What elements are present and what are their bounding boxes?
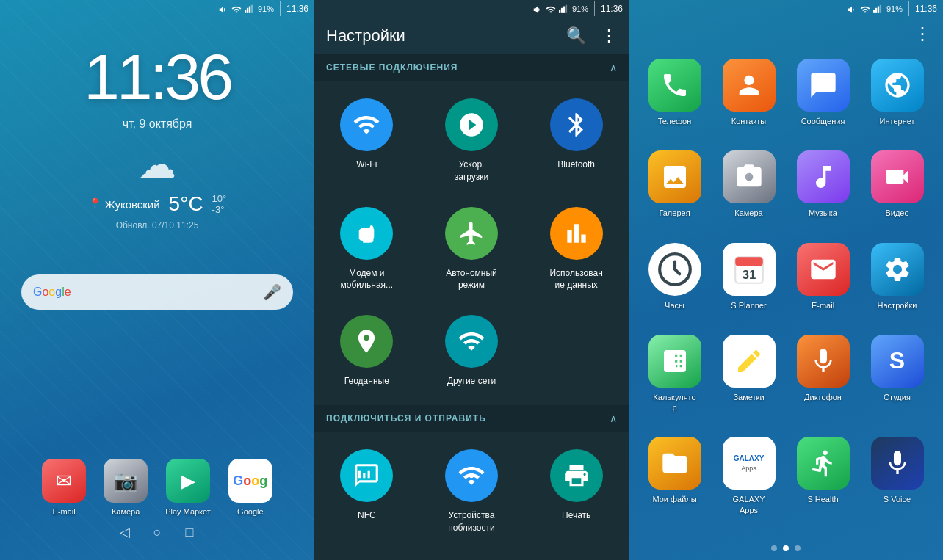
shealth-app-label: S Health [807, 494, 838, 504]
network-section-header[interactable]: СЕТЕВЫЕ ПОДКЛЮЧЕНИЯ ∧ [314, 54, 629, 81]
wifi-status-icon-a [860, 4, 870, 13]
status-bar-lock: 91% 11:36 [0, 0, 314, 18]
status-divider-a [908, 1, 909, 16]
status-time-lock: 11:36 [286, 4, 308, 14]
svg-point-8 [469, 473, 474, 478]
clock-app-icon [648, 243, 701, 296]
studio-app[interactable]: S Студия [863, 332, 931, 429]
planner-app-label: S Planner [731, 300, 766, 310]
status-time-apps: 11:36 [915, 4, 937, 14]
airplane-circle [445, 207, 498, 260]
apps-overflow-icon[interactable]: ⋮ [914, 23, 931, 44]
search-icon[interactable]: 🔍 [566, 26, 586, 46]
video-app-icon [871, 150, 924, 203]
dock-email[interactable]: ✉ E-mail [42, 459, 86, 516]
status-bar-apps: 91% 11:36 [629, 0, 943, 18]
svg-rect-2 [249, 7, 250, 13]
nfc-setting[interactable]: NFC [314, 437, 419, 546]
connect-chevron-icon: ∧ [610, 412, 617, 424]
airplane-setting[interactable]: Автономныйрежим [419, 195, 524, 304]
data-usage-setting[interactable]: Использование данных [524, 195, 629, 304]
page-dots [629, 537, 943, 560]
status-divider-s [594, 1, 595, 16]
microphone-icon[interactable]: 🎤 [263, 283, 281, 301]
dock-play-label: Play Маркет [165, 507, 211, 516]
dock-google[interactable]: Goog Google [228, 459, 272, 516]
messages-app[interactable]: Сообщения [789, 56, 857, 142]
shealth-app[interactable]: S Health [789, 434, 857, 531]
print-setting[interactable]: Печать [524, 437, 629, 546]
signal-icon-a [873, 4, 884, 13]
email-app[interactable]: E-mail [789, 240, 857, 326]
svg-rect-10 [875, 8, 877, 13]
airplane-label: Автономныйрежим [446, 267, 497, 292]
settings-header-icons: 🔍 ⋮ [566, 26, 617, 46]
music-app[interactable]: Музыка [789, 148, 857, 233]
speed-setting[interactable]: Ускор.загрузки [419, 87, 524, 195]
page-dot-2[interactable] [783, 545, 789, 551]
nearby-setting[interactable]: Устройствапоблизости [419, 437, 524, 546]
notes-app[interactable]: Заметки [715, 332, 783, 429]
settings-app[interactable]: Настройки [863, 240, 931, 326]
galaxy-app-label: GALAXYApps [732, 494, 765, 515]
clock-app[interactable]: Часы [640, 240, 709, 326]
email-app-label: E-mail [812, 300, 834, 310]
dock-email-label: E-mail [53, 507, 76, 516]
page-dot-1[interactable] [771, 545, 777, 551]
recents-nav[interactable]: □ [178, 520, 201, 544]
signal-icon-s [559, 4, 569, 13]
galaxy-app[interactable]: GALAXY Apps GALAXYApps [715, 434, 783, 531]
dock-play[interactable]: ▶ Play Маркет [165, 459, 211, 516]
geodata-label: Геоданные [344, 375, 389, 388]
planner-app[interactable]: 31 S Planner [715, 240, 783, 326]
back-nav[interactable]: ◁ [113, 520, 137, 544]
camera-app-icon [723, 150, 776, 203]
nfc-circle [340, 449, 393, 502]
contacts-app[interactable]: Контакты [715, 56, 783, 142]
svg-rect-9 [873, 10, 875, 13]
dock-camera[interactable]: 📷 Камера [104, 459, 148, 516]
lock-screen: 91% 11:36 11:36 чт, 9 октября ☁ 📍 Жуковс… [0, 0, 314, 560]
dictaphone-app[interactable]: Диктофон [789, 332, 857, 429]
home-nav[interactable]: ○ [145, 520, 169, 544]
google-icon: Goog [228, 459, 272, 503]
geodata-circle [340, 315, 393, 368]
gallery-app-icon [648, 150, 701, 203]
svg-rect-11 [878, 7, 879, 13]
wifi-setting[interactable]: Wi-Fi [314, 87, 419, 195]
gallery-app[interactable]: Галерея [640, 148, 709, 233]
gallery-app-label: Галерея [659, 208, 690, 218]
phone-app-icon [648, 59, 701, 112]
calc-app[interactable]: Калькулятор [640, 332, 709, 429]
data-usage-label: Использование данных [549, 267, 602, 292]
video-app[interactable]: Видео [863, 148, 931, 233]
messages-app-icon [797, 59, 850, 112]
bluetooth-circle [550, 98, 603, 151]
other-nets-setting[interactable]: Другие сети [419, 303, 524, 399]
clock-app-label: Часы [665, 300, 684, 310]
notes-app-label: Заметки [733, 392, 764, 402]
internet-app[interactable]: Интернет [863, 56, 931, 142]
connect-section-header[interactable]: ПОДКЛЮЧИТЬСЯ И ОТПРАВИТЬ ∧ [314, 405, 629, 432]
bluetooth-setting[interactable]: Bluetooth [524, 87, 629, 195]
phone-app[interactable]: Телефон [640, 56, 709, 142]
overflow-icon[interactable]: ⋮ [601, 26, 617, 46]
nav-bar-lock: ◁ ○ □ [113, 520, 201, 544]
svg-rect-12 [880, 5, 881, 13]
files-app[interactable]: Мои файлы [640, 434, 709, 531]
nearby-label: Устройствапоблизости [448, 509, 494, 534]
notes-app-icon [723, 335, 776, 388]
camera-app-label: Камера [734, 208, 762, 218]
modem-setting[interactable]: Модем имобильная... [314, 195, 419, 304]
lock-time-display: 11:36 [84, 40, 231, 114]
svoice-app[interactable]: S Voice [863, 434, 931, 531]
studio-app-icon: S [871, 335, 924, 388]
page-dot-3[interactable] [795, 545, 801, 551]
battery-settings: 91% [572, 4, 588, 13]
status-divider [280, 1, 281, 16]
camera-app[interactable]: Камера [715, 148, 783, 233]
network-section: СЕТЕВЫЕ ПОДКЛЮЧЕНИЯ ∧ Wi-Fi Ускор.загруз… [314, 54, 629, 405]
dock-google-label: Google [237, 507, 263, 516]
search-bar[interactable]: Google 🎤 [21, 274, 293, 310]
geodata-setting[interactable]: Геоданные [314, 303, 419, 399]
